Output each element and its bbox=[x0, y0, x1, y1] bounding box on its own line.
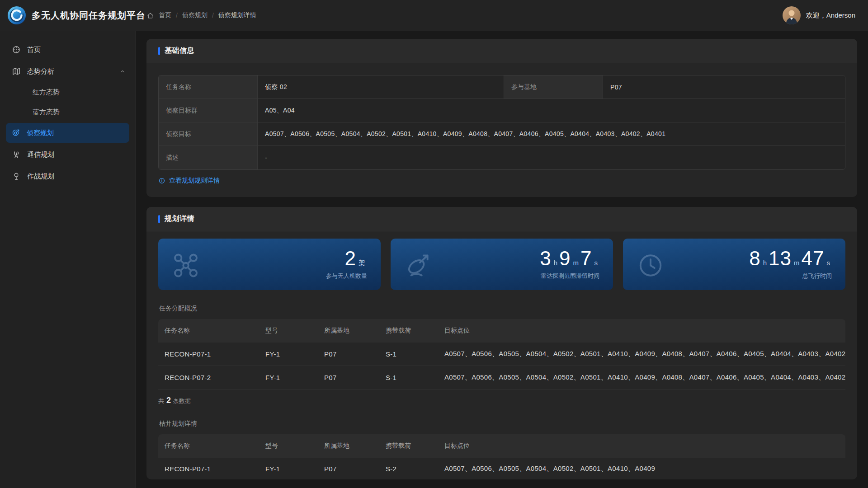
basic-info-body: 任务名称 侦察 02 参与基地 P07 侦察目标群 A05、A04 侦察目标 A… bbox=[146, 63, 857, 197]
clock-icon bbox=[637, 251, 665, 279]
table-total: 共 2 条数据 bbox=[158, 396, 845, 405]
breadcrumb-home[interactable]: 首页 bbox=[159, 11, 171, 19]
well-plan-table-header: 任务名称 型号 所属基地 携带载荷 目标点位 bbox=[158, 434, 845, 458]
uav-count: 2 bbox=[345, 249, 356, 268]
col-payload: 携带载荷 bbox=[379, 327, 438, 335]
app-title: 多无人机协同任务规划平台 bbox=[32, 9, 146, 22]
cell-targets: A0507、A0506、A0505、A0504、A0502、A0501、A041… bbox=[438, 373, 845, 382]
brand: 多无人机协同任务规划平台 bbox=[7, 6, 136, 25]
plan-detail-title: 规划详情 bbox=[165, 214, 194, 224]
breadcrumb: 首页 / 侦察规划 / 侦察规划详情 bbox=[146, 11, 256, 19]
table-row: RECON-P07-2 FY-1 P07 S-1 A0507、A0506、A05… bbox=[158, 366, 845, 389]
col-model: 型号 bbox=[259, 327, 318, 335]
basic-info-card-header: 基础信息 bbox=[146, 39, 857, 63]
sidebar-item-recon-planning[interactable]: 侦察规划 bbox=[6, 123, 129, 143]
field-label: 侦察目标群 bbox=[159, 99, 258, 122]
sidebar-item-label: 首页 bbox=[27, 46, 41, 54]
col-task-name: 任务名称 bbox=[158, 442, 259, 450]
pin-icon bbox=[12, 172, 21, 181]
assignment-table-header: 任务名称 型号 所属基地 携带载荷 目标点位 bbox=[158, 319, 845, 343]
accent-bar bbox=[158, 215, 160, 223]
sidebar-item-combat-planning[interactable]: 作战规划 bbox=[0, 165, 135, 187]
chevron-up-icon[interactable] bbox=[119, 68, 126, 75]
stat-card-total-flight-time: 8 h 13 m 47 s 总飞行时间 bbox=[623, 239, 845, 290]
sidebar-item-label: 态势分析 bbox=[27, 67, 54, 76]
user-area: 欢迎，Anderson bbox=[783, 6, 855, 24]
home-icon bbox=[146, 12, 154, 19]
plan-detail-card: 规划详情 2 bbox=[146, 207, 857, 479]
flight-seconds: 47 bbox=[802, 249, 825, 268]
unit-h: h bbox=[554, 259, 557, 267]
col-base: 所属基地 bbox=[318, 442, 379, 450]
app-root: 多无人机协同任务规划平台 首页 / 侦察规划 / 侦察规划详情 bbox=[0, 0, 868, 488]
sidebar-item-label: 红方态势 bbox=[33, 88, 60, 97]
col-targets: 目标点位 bbox=[438, 442, 845, 450]
unit-s: s bbox=[594, 259, 598, 267]
stats-row: 2 架 参与无人机数量 bbox=[158, 239, 845, 290]
cell-payload: S-1 bbox=[379, 350, 438, 358]
stat-value: 2 架 bbox=[345, 249, 367, 268]
cell-task-name: RECON-P07-1 bbox=[158, 350, 259, 358]
plan-detail-body: 2 架 参与无人机数量 bbox=[146, 231, 857, 479]
cell-targets: A0507、A0506、A0505、A0504、A0502、A0501、A041… bbox=[438, 350, 845, 358]
cell-model: FY-1 bbox=[259, 465, 318, 473]
targets-value: A0507、A0506、A0505、A0504、A0502、A0501、A041… bbox=[258, 122, 845, 146]
col-base: 所属基地 bbox=[318, 327, 379, 335]
sidebar-item-blue-situation[interactable]: 蓝方态势 bbox=[0, 102, 135, 122]
cell-payload: S-1 bbox=[379, 374, 438, 381]
unit-m: m bbox=[573, 259, 579, 267]
cell-model: FY-1 bbox=[259, 374, 318, 381]
field-label: 侦察目标 bbox=[159, 122, 258, 146]
unit-m: m bbox=[794, 259, 800, 267]
sidebar-item-label: 蓝方态势 bbox=[33, 108, 60, 117]
stat-label: 雷达探测范围滞留时间 bbox=[541, 272, 599, 280]
basic-info-title: 基础信息 bbox=[165, 46, 194, 56]
unit-s: s bbox=[827, 259, 830, 267]
cell-base: P07 bbox=[318, 350, 379, 358]
dwell-minutes: 9 bbox=[559, 249, 571, 268]
breadcrumb-current: 侦察规划详情 bbox=[218, 11, 256, 19]
total-suffix: 条数据 bbox=[173, 397, 191, 405]
table-row: RECON-P07-1 FY-1 P07 S-2 A0507、A0506、A05… bbox=[158, 458, 845, 479]
antenna-icon bbox=[12, 150, 21, 159]
cell-task-name: RECON-P07-2 bbox=[158, 374, 259, 381]
main-content: 基础信息 任务名称 侦察 02 参与基地 P07 侦察目标群 A05、A04 侦… bbox=[136, 31, 868, 488]
avatar[interactable] bbox=[783, 6, 801, 24]
dwell-seconds: 7 bbox=[580, 249, 592, 268]
stat-label: 参与无人机数量 bbox=[326, 272, 367, 280]
basic-info-card: 基础信息 任务名称 侦察 02 参与基地 P07 侦察目标群 A05、A04 侦… bbox=[146, 39, 857, 197]
field-label: 参与基地 bbox=[504, 75, 603, 99]
view-plan-rules-link[interactable]: 查看规划规则详情 bbox=[169, 177, 220, 185]
radar-icon bbox=[404, 251, 432, 279]
flight-hours: 8 bbox=[749, 249, 760, 268]
breadcrumb-recon-planning[interactable]: 侦察规划 bbox=[182, 11, 208, 19]
breadcrumb-separator: / bbox=[212, 12, 214, 19]
task-name-value: 侦察 02 bbox=[258, 75, 504, 99]
sidebar: 首页 态势分析 红方态势 蓝方态势 bbox=[0, 31, 136, 488]
stat-label: 总飞行时间 bbox=[802, 272, 832, 280]
sidebar-item-comm-planning[interactable]: 通信规划 bbox=[0, 144, 135, 165]
uav-unit: 架 bbox=[359, 259, 365, 267]
cell-base: P07 bbox=[318, 374, 379, 381]
assignment-section-title: 任务分配概况 bbox=[159, 305, 844, 313]
cell-model: FY-1 bbox=[259, 350, 318, 358]
flight-minutes: 13 bbox=[769, 249, 792, 268]
sidebar-item-situation-analysis[interactable]: 态势分析 bbox=[0, 61, 135, 82]
top-header: 多无人机协同任务规划平台 首页 / 侦察规划 / 侦察规划详情 bbox=[0, 0, 868, 31]
basic-info-table: 任务名称 侦察 02 参与基地 P07 侦察目标群 A05、A04 侦察目标 A… bbox=[158, 75, 845, 170]
stat-card-radar-dwell: 3 h 9 m 7 s 雷达探测范围滞留时间 bbox=[391, 239, 613, 290]
cell-payload: S-2 bbox=[379, 465, 438, 473]
accent-bar bbox=[158, 47, 160, 55]
sidebar-item-red-situation[interactable]: 红方态势 bbox=[0, 82, 135, 102]
field-label: 描述 bbox=[159, 146, 258, 169]
target-group-value: A05、A04 bbox=[258, 99, 845, 122]
cell-base: P07 bbox=[318, 465, 379, 473]
app-logo-icon bbox=[7, 6, 26, 25]
col-payload: 携带载荷 bbox=[379, 442, 438, 450]
drone-icon bbox=[172, 251, 200, 279]
welcome-text: 欢迎，Anderson bbox=[806, 11, 855, 20]
field-label: 任务名称 bbox=[159, 75, 258, 99]
sidebar-item-home[interactable]: 首页 bbox=[0, 39, 135, 61]
stat-value: 8 h 13 m 47 s bbox=[749, 249, 832, 268]
rule-detail-link-row: 查看规划规则详情 bbox=[158, 176, 845, 185]
